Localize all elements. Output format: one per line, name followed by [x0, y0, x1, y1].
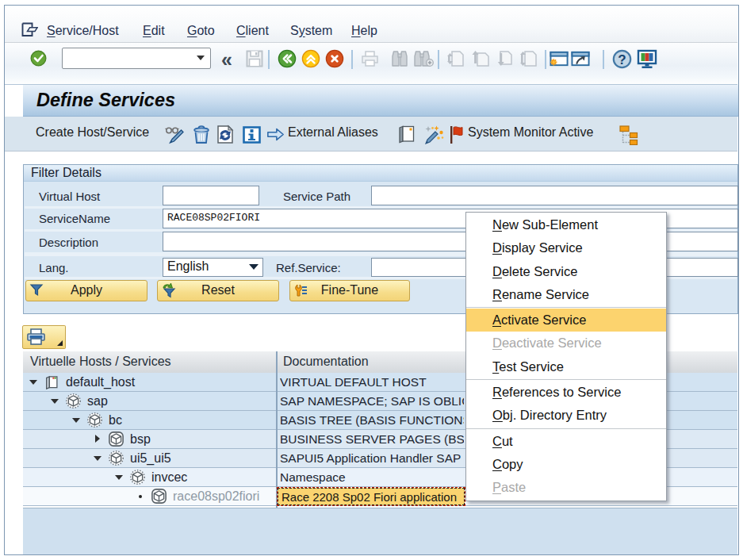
svg-text:?: ? — [618, 52, 626, 67]
